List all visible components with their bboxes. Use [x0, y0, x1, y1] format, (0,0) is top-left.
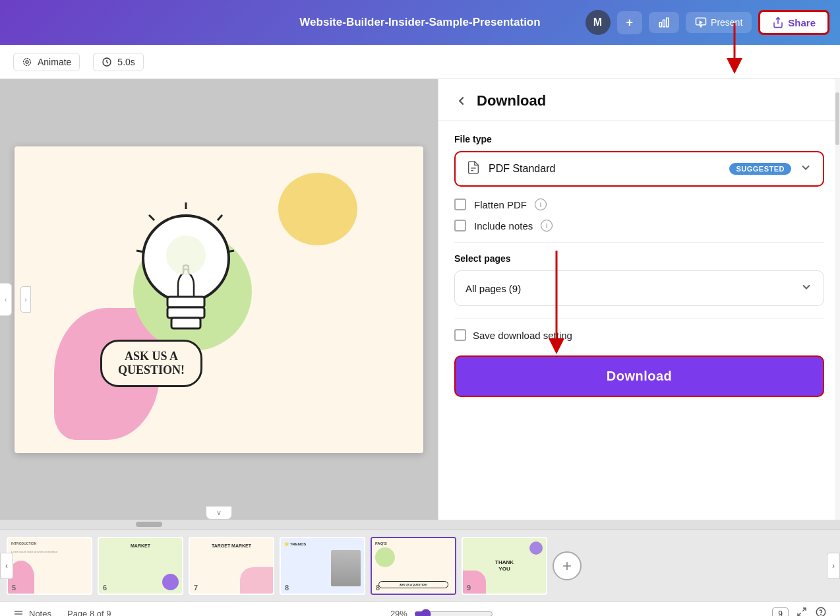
share-label: Share — [788, 17, 816, 28]
svg-point-33 — [821, 614, 822, 615]
svg-line-30 — [802, 608, 806, 611]
share-button[interactable]: Share — [758, 10, 829, 35]
panel-scrollbar — [835, 79, 840, 520]
thumbnail-slide-6[interactable]: MARKET 6 — [98, 537, 183, 595]
svg-rect-2 — [667, 18, 669, 27]
filmstrip: ‹ INTRODUCTION Lorem ipsum dolor sit ame… — [0, 529, 840, 601]
include-notes-row[interactable]: Include notes i — [454, 220, 824, 231]
zoom-slider[interactable] — [414, 609, 493, 617]
svg-rect-15 — [167, 297, 204, 307]
share-icon — [772, 16, 784, 28]
filmstrip-scroll-right[interactable]: › — [827, 553, 840, 579]
download-panel: Download File type PDF Standard SUGGESTE… — [438, 79, 840, 520]
duration-button[interactable]: 5.0s — [93, 53, 143, 71]
panel-title: Download — [477, 92, 546, 109]
toolbar: Animate 5.0s — [0, 45, 840, 79]
zoom-percent: 29% — [390, 609, 407, 616]
canvas-area: ‹ — [0, 79, 438, 520]
slide-9-number: 9 — [467, 584, 471, 592]
page-count-box: 9 — [772, 607, 789, 617]
file-type-chevron-icon — [799, 161, 812, 177]
slide7-title: TARGET MARKET — [212, 543, 251, 548]
select-pages-label: Select pages — [454, 253, 824, 264]
canvas-collapse-button[interactable]: ∨ — [206, 507, 232, 520]
svg-point-7 — [24, 58, 31, 65]
thumbnail-slide-8-faq[interactable]: FAQ'S ASK US A QUESTION! 8 — [371, 537, 456, 595]
download-button[interactable]: Download — [454, 355, 824, 397]
svg-rect-16 — [167, 307, 204, 318]
back-button[interactable] — [454, 94, 469, 108]
horizontal-scrollbar[interactable] — [0, 520, 840, 529]
notes-label: Notes — [29, 609, 51, 616]
divider — [454, 242, 824, 243]
svg-line-12 — [227, 251, 234, 252]
help-button[interactable] — [815, 606, 827, 616]
statusbar-right: 9 — [772, 606, 827, 616]
slide-preview: ASK US A QUESTION! — [15, 146, 423, 453]
duration-label: 5.0s — [117, 57, 135, 67]
present-button[interactable]: Present — [686, 12, 752, 33]
add-button[interactable]: + — [617, 11, 643, 34]
thumbnail-slide-9[interactable]: THANKYOU 9 — [462, 537, 547, 595]
animate-icon — [22, 57, 32, 67]
yellow-shape — [278, 173, 357, 245]
question-icon — [815, 606, 827, 616]
expand-icon — [796, 607, 807, 616]
zoom-controls: 29% — [390, 609, 493, 617]
file-type-dropdown[interactable]: PDF Standard SUGGESTED — [454, 151, 824, 187]
question-line1: ASK US A — [118, 350, 185, 363]
include-notes-checkbox[interactable] — [454, 220, 466, 231]
add-slide-button[interactable]: + — [553, 551, 582, 580]
notes-button[interactable]: Notes Page 8 of 9 — [13, 609, 111, 617]
filmstrip-scroll-left[interactable]: ‹ — [0, 553, 13, 579]
analytics-button[interactable] — [649, 12, 679, 33]
pages-chevron-icon — [800, 280, 813, 296]
slide-7-preview: TARGET MARKET — [190, 538, 273, 594]
svg-line-31 — [798, 613, 801, 616]
include-notes-info-icon[interactable]: i — [541, 220, 553, 231]
pages-value: All pages (9) — [465, 283, 800, 294]
topbar-right: M + Present Share — [585, 10, 829, 35]
canvas-scroll-right[interactable]: › — [20, 286, 31, 313]
question-line2: QUESTION! — [118, 363, 185, 377]
flatten-pdf-checkbox[interactable] — [454, 199, 466, 210]
save-setting-label: Save download setting — [473, 330, 572, 341]
left-panel-toggle[interactable]: ‹ — [0, 283, 12, 316]
slide-9-preview: THANKYOU — [463, 538, 546, 594]
svg-rect-1 — [663, 20, 665, 27]
slide-8-faq-number: 8 — [376, 584, 380, 592]
thumbnail-slide-8-trends[interactable]: 🌟 TRENDS 8 — [280, 537, 365, 595]
svg-point-20 — [166, 235, 206, 275]
svg-marker-5 — [700, 20, 703, 24]
save-setting-checkbox[interactable] — [454, 329, 466, 341]
svg-line-14 — [136, 251, 144, 252]
expand-button[interactable] — [796, 607, 807, 616]
presentation-title: Website-Builder-Insider-Sample-Presentat… — [299, 16, 540, 29]
page-info: Page 8 of 9 — [67, 609, 111, 616]
slide-7-number: 7 — [194, 584, 198, 592]
thumbnail-slide-5[interactable]: INTRODUCTION Lorem ipsum dolor sit amet … — [7, 537, 92, 595]
question-box: ASK US A QUESTION! — [100, 340, 202, 387]
avatar-button[interactable]: M — [585, 10, 611, 35]
divider2 — [454, 318, 824, 319]
animate-button[interactable]: Animate — [13, 53, 80, 71]
slide-6-preview: MARKET — [99, 538, 182, 594]
clock-icon — [102, 57, 112, 67]
thumbnail-slide-7[interactable]: TARGET MARKET 7 — [189, 537, 274, 595]
pdf-file-icon — [466, 160, 481, 177]
slide-8-trends-preview: 🌟 TRENDS — [281, 538, 364, 594]
back-arrow-icon — [454, 94, 469, 108]
save-setting-row: Save download setting — [454, 329, 824, 341]
slide6-title: MARKET — [131, 543, 150, 548]
lightbulb — [120, 199, 252, 354]
svg-line-11 — [218, 215, 222, 220]
main-area: ‹ — [0, 79, 840, 520]
flatten-pdf-info-icon[interactable]: i — [535, 199, 547, 210]
file-type-label: File type — [454, 134, 824, 144]
topbar: Website-Builder-Insider-Sample-Presentat… — [0, 0, 840, 45]
flatten-pdf-row[interactable]: Flatten PDF i — [454, 199, 824, 210]
pages-dropdown[interactable]: All pages (9) — [454, 270, 824, 306]
slide-8-trends-number: 8 — [285, 584, 289, 592]
svg-point-6 — [26, 61, 28, 63]
svg-line-13 — [149, 215, 154, 220]
